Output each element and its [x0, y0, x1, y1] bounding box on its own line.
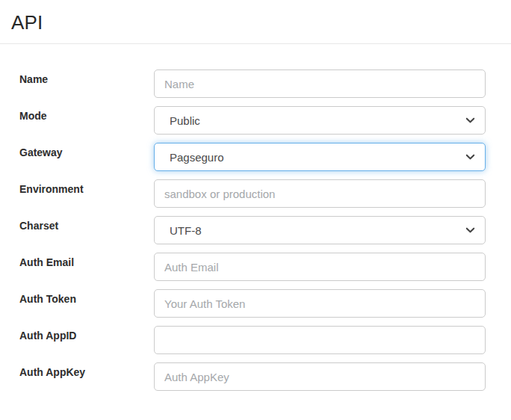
auth-email-label: Auth Email	[19, 253, 154, 270]
page-header: API	[0, 0, 511, 34]
auth-appid-field-wrap	[154, 326, 486, 354]
form-row-environment: Environment	[19, 179, 486, 208]
gateway-label: Gateway	[19, 143, 154, 160]
auth-appkey-field-wrap	[154, 362, 486, 391]
form-row-auth-appid: Auth AppID	[19, 326, 486, 354]
mode-label: Mode	[19, 106, 154, 123]
auth-token-label: Auth Token	[19, 289, 154, 306]
auth-appkey-input[interactable]	[154, 362, 486, 391]
charset-field-wrap: UTF-8	[154, 216, 486, 244]
form-row-name: Name	[19, 70, 486, 98]
name-field-wrap	[154, 70, 486, 98]
api-settings-form: Name Mode Public Gateway Pagseguro Envir	[0, 70, 511, 391]
auth-appkey-label: Auth AppKey	[19, 362, 154, 380]
form-row-charset: Charset UTF-8	[19, 216, 486, 244]
environment-field-wrap	[154, 179, 486, 208]
form-row-auth-email: Auth Email	[19, 253, 486, 281]
auth-email-input[interactable]	[154, 253, 486, 281]
name-input[interactable]	[154, 70, 486, 98]
auth-email-field-wrap	[154, 253, 486, 281]
charset-label: Charset	[19, 216, 154, 233]
header-divider	[0, 43, 511, 44]
name-label: Name	[19, 70, 154, 87]
form-row-auth-appkey: Auth AppKey	[19, 362, 486, 391]
auth-appid-input[interactable]	[154, 326, 486, 354]
environment-input[interactable]	[154, 179, 486, 208]
auth-token-input[interactable]	[154, 289, 486, 318]
auth-token-field-wrap	[154, 289, 486, 318]
form-row-gateway: Gateway Pagseguro	[19, 143, 486, 171]
environment-label: Environment	[19, 179, 154, 197]
mode-select[interactable]: Public	[154, 106, 486, 135]
form-row-auth-token: Auth Token	[19, 289, 486, 318]
charset-select[interactable]: UTF-8	[154, 216, 486, 244]
gateway-field-wrap: Pagseguro	[154, 143, 486, 171]
auth-appid-label: Auth AppID	[19, 326, 154, 343]
gateway-select[interactable]: Pagseguro	[154, 143, 486, 171]
form-row-mode: Mode Public	[19, 106, 486, 135]
page-title: API	[11, 10, 511, 34]
mode-field-wrap: Public	[154, 106, 486, 135]
